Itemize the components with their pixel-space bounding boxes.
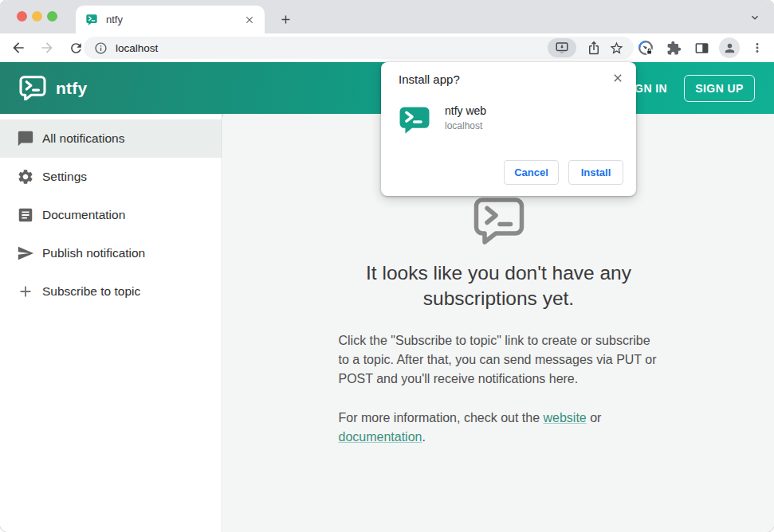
more-info-text: For more information, check out the bbox=[339, 411, 544, 424]
browser-tab-ntfy[interactable]: ntfy bbox=[76, 6, 265, 33]
tab-strip: ntfy bbox=[0, 0, 774, 33]
empty-state-more-info: For more information, check out the webs… bbox=[339, 409, 659, 447]
send-icon bbox=[16, 244, 35, 263]
tab-close-icon[interactable] bbox=[242, 13, 257, 27]
back-icon[interactable] bbox=[8, 37, 29, 58]
ntfy-empty-state-icon bbox=[339, 197, 659, 244]
sidebar: All notifications Settings Documentation… bbox=[0, 114, 222, 532]
extension-lock-icon[interactable] bbox=[635, 37, 656, 58]
plus-icon bbox=[16, 282, 35, 301]
ntfy-brand: ntfy bbox=[19, 62, 87, 114]
sidebar-item-label: Publish notification bbox=[42, 246, 145, 260]
gear-icon bbox=[16, 167, 35, 186]
empty-state-paragraph: Click the "Subscribe to topic" link to c… bbox=[339, 331, 659, 389]
cancel-button[interactable]: Cancel bbox=[504, 160, 559, 185]
install-app-origin: localhost bbox=[445, 120, 482, 131]
dialog-close-icon[interactable] bbox=[609, 69, 627, 87]
install-app-icon[interactable] bbox=[548, 38, 576, 57]
sidebar-item-all-notifications[interactable]: All notifications bbox=[0, 119, 222, 158]
site-info-icon[interactable] bbox=[93, 41, 108, 55]
brand-name: ntfy bbox=[56, 79, 87, 98]
ntfy-logo-icon bbox=[19, 76, 46, 100]
bookmark-star-icon[interactable] bbox=[605, 37, 627, 58]
browser-window: ntfy localho bbox=[0, 0, 774, 532]
tab-search-chevron-icon[interactable] bbox=[747, 10, 763, 25]
profile-avatar-icon[interactable] bbox=[719, 37, 740, 58]
install-app-dialog: Install app? ntfy web localhost Cancel I… bbox=[381, 62, 636, 196]
documentation-link[interactable]: documentation bbox=[339, 430, 422, 444]
install-dialog-title: Install app? bbox=[399, 72, 460, 86]
forward-icon[interactable] bbox=[37, 37, 57, 58]
sidebar-item-documentation[interactable]: Documentation bbox=[0, 196, 222, 234]
browser-menu-icon[interactable] bbox=[747, 37, 768, 58]
sidebar-item-label: Subscribe to topic bbox=[42, 284, 140, 299]
empty-state-heading: It looks like you don't have any subscri… bbox=[339, 260, 659, 311]
sidebar-item-label: Documentation bbox=[42, 208, 125, 222]
install-button[interactable]: Install bbox=[568, 160, 623, 185]
sign-up-button[interactable]: SIGN UP bbox=[684, 75, 755, 102]
ntfy-favicon bbox=[85, 14, 98, 26]
window-close-button[interactable] bbox=[17, 11, 27, 22]
address-bar[interactable]: localhost bbox=[84, 37, 634, 59]
share-icon[interactable] bbox=[583, 37, 605, 58]
sidebar-item-label: All notifications bbox=[42, 131, 124, 146]
website-link[interactable]: website bbox=[544, 411, 587, 424]
document-icon bbox=[16, 205, 35, 225]
window-zoom-button[interactable] bbox=[47, 11, 57, 22]
new-tab-button[interactable] bbox=[274, 8, 297, 30]
url-text: localhost bbox=[116, 42, 548, 54]
sidebar-item-publish-notification[interactable]: Publish notification bbox=[0, 234, 222, 272]
ntfy-app-icon bbox=[399, 106, 430, 139]
sidebar-item-settings[interactable]: Settings bbox=[0, 158, 222, 196]
more-info-text: . bbox=[422, 430, 425, 444]
extensions-puzzle-icon[interactable] bbox=[663, 37, 684, 58]
sidebar-item-subscribe-to-topic[interactable]: Subscribe to topic bbox=[0, 272, 222, 311]
chat-bubble-icon bbox=[16, 129, 35, 148]
browser-toolbar: localhost bbox=[0, 33, 774, 62]
tab-title: ntfy bbox=[106, 14, 242, 25]
sidebar-item-label: Settings bbox=[42, 170, 87, 184]
side-panel-icon[interactable] bbox=[691, 37, 712, 58]
window-minimize-button[interactable] bbox=[32, 11, 42, 22]
more-info-text: or bbox=[587, 411, 602, 424]
install-app-name: ntfy web bbox=[445, 104, 486, 117]
